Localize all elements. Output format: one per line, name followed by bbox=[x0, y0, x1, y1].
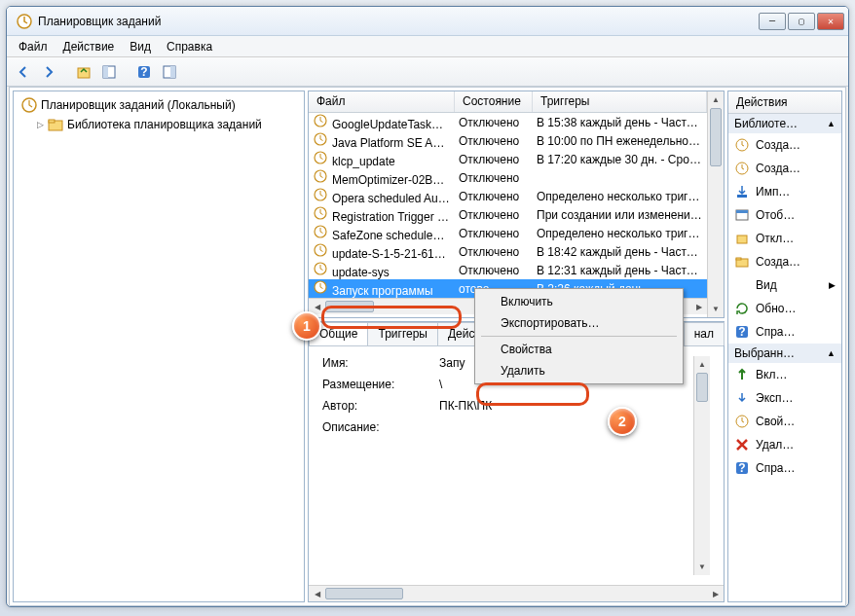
action-folder[interactable]: Созда… bbox=[728, 250, 841, 273]
app-window: Планировщик заданий ─ ▢ ✕ Файл Действие … bbox=[6, 6, 849, 607]
middle-panel: Файл Состояние Триггеры GoogleUpdateTask… bbox=[308, 91, 725, 602]
task-row[interactable]: klcp_updateОтключеноВ 17:20 каждые 30 дн… bbox=[309, 150, 707, 168]
ctx-enable[interactable]: Включить bbox=[477, 291, 681, 312]
task-row[interactable]: Java Platform SE Au…ОтключеноВ 10:00 по … bbox=[309, 131, 707, 150]
new-task-icon bbox=[734, 137, 750, 153]
task-grid: Файл Состояние Триггеры GoogleUpdateTask… bbox=[308, 91, 725, 318]
tab-triggers[interactable]: Триггеры bbox=[367, 322, 438, 345]
action-new-task[interactable]: Созда… bbox=[728, 157, 841, 180]
menu-help[interactable]: Справка bbox=[159, 38, 220, 55]
toolbar: ? bbox=[7, 57, 848, 87]
layout-button[interactable] bbox=[159, 61, 180, 83]
action-export[interactable]: Эксп… bbox=[728, 386, 841, 410]
grid-header: Файл Состояние Триггеры bbox=[309, 91, 707, 113]
import-icon bbox=[734, 184, 750, 199]
delete-icon bbox=[734, 437, 750, 453]
task-row[interactable]: SafeZone scheduled…ОтключеноОпределено н… bbox=[309, 224, 707, 242]
ctx-properties[interactable]: Свойства bbox=[477, 339, 681, 360]
pane-button[interactable] bbox=[98, 61, 120, 83]
ctx-separator bbox=[481, 336, 677, 337]
tree-root-label: Планировщик заданий (Локальный) bbox=[41, 98, 236, 112]
action-group-selected[interactable]: Выбранн…▲ bbox=[728, 344, 841, 363]
action-disable[interactable]: Откл… bbox=[728, 227, 841, 250]
minimize-button[interactable]: ─ bbox=[759, 13, 786, 30]
actions-panel: Действия Библиоте…▲ Созда…Созда…Имп…Отоб… bbox=[727, 91, 842, 602]
task-row[interactable]: GoogleUpdateTask…ОтключеноВ 15:38 каждый… bbox=[309, 113, 707, 131]
up-button[interactable] bbox=[73, 61, 94, 83]
content-area: Планировщик заданий (Локальный) ▷ Библио… bbox=[9, 87, 846, 606]
action-new-task[interactable]: Созда… bbox=[728, 133, 841, 157]
forward-button[interactable] bbox=[38, 61, 59, 83]
titlebar[interactable]: Планировщик заданий ─ ▢ ✕ bbox=[7, 7, 848, 36]
action-refresh[interactable]: Обно… bbox=[728, 297, 841, 320]
callout-1: 1 bbox=[292, 311, 321, 341]
context-menu: Включить Экспортировать… Свойства Удалит… bbox=[474, 288, 684, 384]
help-icon: ? bbox=[734, 460, 750, 476]
back-button[interactable] bbox=[13, 61, 34, 83]
window-buttons: ─ ▢ ✕ bbox=[759, 13, 844, 30]
ctx-delete[interactable]: Удалить bbox=[477, 360, 681, 381]
desc-label: Описание: bbox=[322, 420, 439, 434]
action-delete[interactable]: Удал… bbox=[728, 433, 841, 456]
maximize-button[interactable]: ▢ bbox=[788, 13, 815, 30]
task-row[interactable]: update-sysОтключеноВ 12:31 каждый день -… bbox=[309, 261, 707, 279]
svg-rect-10 bbox=[49, 120, 55, 123]
tree-child-label: Библиотека планировщика заданий bbox=[67, 118, 262, 131]
task-row[interactable]: Opera scheduled Au…ОтключеноОпределено н… bbox=[309, 187, 707, 205]
action-import[interactable]: Имп… bbox=[728, 180, 841, 203]
tree-root[interactable]: Планировщик заданий (Локальный) bbox=[18, 95, 300, 115]
callout-2: 2 bbox=[608, 407, 637, 436]
expand-icon[interactable]: ▷ bbox=[37, 120, 44, 129]
col-name[interactable]: Файл bbox=[309, 91, 455, 112]
col-state[interactable]: Состояние bbox=[455, 91, 533, 112]
ctx-export[interactable]: Экспортировать… bbox=[477, 312, 681, 334]
task-row[interactable]: update-S-1-5-21-61…ОтключеноВ 18:42 кажд… bbox=[309, 242, 707, 261]
svg-text:?: ? bbox=[738, 325, 745, 339]
svg-rect-25 bbox=[736, 210, 748, 213]
disable-icon bbox=[734, 231, 750, 246]
props-icon bbox=[734, 414, 750, 429]
svg-rect-26 bbox=[737, 236, 747, 243]
action-help[interactable]: ?Спра… bbox=[728, 456, 841, 480]
task-row[interactable]: MemOptimizer-02B…Отключено bbox=[309, 168, 707, 187]
action-view[interactable]: Вид▶ bbox=[728, 273, 841, 297]
svg-rect-7 bbox=[170, 66, 175, 78]
action-props[interactable]: Свой… bbox=[728, 410, 841, 433]
export-icon bbox=[734, 390, 750, 406]
menu-action[interactable]: Действие bbox=[56, 38, 123, 55]
author-label: Автор: bbox=[322, 399, 439, 413]
desc-value bbox=[439, 420, 688, 434]
author-value: ПК-ПК\ПК bbox=[439, 399, 688, 413]
help-button[interactable]: ? bbox=[133, 61, 155, 83]
action-enable[interactable]: Вкл… bbox=[728, 363, 841, 386]
tree-child[interactable]: ▷ Библиотека планировщика заданий bbox=[18, 115, 300, 134]
v-scrollbar[interactable]: ▲▼ bbox=[707, 91, 724, 317]
enable-icon bbox=[734, 367, 750, 382]
show-icon bbox=[734, 207, 750, 223]
action-show[interactable]: Отоб… bbox=[728, 203, 841, 227]
svg-rect-3 bbox=[103, 66, 108, 78]
help-icon: ? bbox=[734, 324, 750, 340]
task-row[interactable]: Registration Trigger …ОтключеноПри созда… bbox=[309, 205, 707, 224]
menu-file[interactable]: Файл bbox=[11, 38, 56, 55]
close-button[interactable]: ✕ bbox=[817, 13, 844, 30]
folder-icon bbox=[734, 254, 750, 270]
svg-rect-28 bbox=[736, 258, 741, 260]
details-h-scrollbar[interactable]: ◀▶ bbox=[309, 585, 724, 601]
location-label: Размещение: bbox=[322, 378, 439, 391]
details-scrollbar[interactable]: ▲▼ bbox=[693, 356, 710, 575]
view-icon bbox=[734, 277, 750, 293]
svg-text:?: ? bbox=[140, 65, 147, 79]
action-group-library[interactable]: Библиоте…▲ bbox=[728, 114, 841, 133]
name-label: Имя: bbox=[322, 356, 439, 370]
col-triggers[interactable]: Триггеры bbox=[533, 91, 707, 112]
app-icon bbox=[17, 14, 32, 29]
tree-panel: Планировщик заданий (Локальный) ▷ Библио… bbox=[13, 91, 305, 602]
svg-rect-23 bbox=[737, 195, 747, 198]
svg-text:?: ? bbox=[738, 461, 745, 475]
tab-history[interactable]: нал bbox=[684, 322, 725, 345]
menu-view[interactable]: Вид bbox=[122, 38, 159, 55]
refresh-icon bbox=[734, 301, 750, 316]
action-help[interactable]: ?Спра… bbox=[728, 320, 841, 344]
new-task-icon bbox=[734, 161, 750, 176]
